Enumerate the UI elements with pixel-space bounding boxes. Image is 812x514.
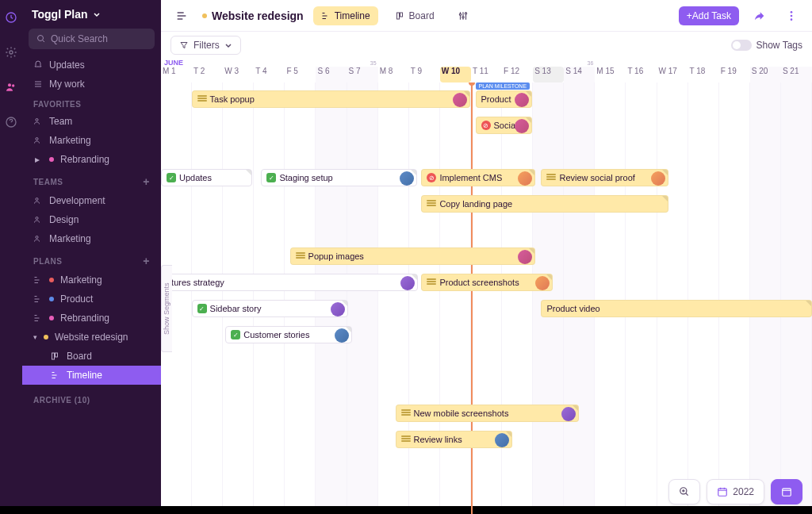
day-F-19[interactable]: F 19 bbox=[719, 67, 750, 82]
day-S-21[interactable]: S 21 bbox=[781, 67, 812, 82]
day-M-15[interactable]: M 15 bbox=[595, 67, 626, 82]
task-implement-cms[interactable]: ⊘Implement CMS bbox=[421, 169, 535, 186]
svg-point-18 bbox=[791, 11, 793, 13]
show-tags-toggle[interactable]: Show Tags bbox=[731, 40, 802, 51]
view-board[interactable]: Board bbox=[388, 6, 442, 25]
tasks-layer: Task popupProduct⊘Social✓Updates✓Staging… bbox=[161, 90, 812, 514]
day-M-8[interactable]: M 8 bbox=[378, 67, 409, 82]
day-F-12[interactable]: F 12 bbox=[502, 67, 533, 82]
share-icon[interactable] bbox=[749, 5, 771, 27]
task-staging-setup[interactable]: ✓Staging setup bbox=[261, 169, 417, 186]
month-label: JUNE bbox=[164, 59, 183, 67]
svg-rect-12 bbox=[56, 353, 58, 357]
svg-point-6 bbox=[36, 119, 38, 121]
add-team-icon[interactable]: + bbox=[143, 175, 150, 188]
main-area: Website redesign Timeline Board +Add Tas… bbox=[161, 0, 812, 514]
topbar: Website redesign Timeline Board +Add Tas… bbox=[161, 0, 812, 32]
task-updates[interactable]: ✓Updates bbox=[161, 169, 252, 186]
project-color-dot bbox=[202, 13, 207, 18]
sidebar-item-board[interactable]: Board bbox=[22, 347, 161, 366]
view-timeline[interactable]: Timeline bbox=[313, 6, 378, 25]
svg-point-3 bbox=[12, 84, 14, 86]
sidebar-item-marketing[interactable]: Marketing bbox=[22, 131, 161, 150]
task-sidebar-story[interactable]: ✓Sidebar story bbox=[192, 300, 348, 317]
day-W-3[interactable]: W 3 bbox=[223, 67, 254, 82]
filters-button[interactable]: Filters bbox=[170, 36, 241, 55]
task-new-mobile-screenshots[interactable]: New mobile screenshots bbox=[396, 405, 580, 422]
sidebar-item-team[interactable]: Team bbox=[22, 112, 161, 131]
day-S-13[interactable]: S 13 bbox=[533, 67, 564, 82]
chevron-down-icon bbox=[224, 41, 232, 49]
task-review-social-proof[interactable]: Review social proof bbox=[541, 169, 668, 186]
logo-icon[interactable] bbox=[0, 6, 22, 29]
sidebar: Toggl Plan Quick Search Updates My work … bbox=[22, 0, 161, 514]
filter-bar: Filters Show Tags bbox=[161, 32, 812, 59]
switch[interactable] bbox=[731, 40, 752, 51]
collapse-sidebar-icon[interactable] bbox=[170, 5, 193, 27]
sidebar-item-marketing[interactable]: Marketing bbox=[22, 270, 161, 290]
svg-point-17 bbox=[465, 12, 466, 13]
timeline-icon bbox=[321, 11, 331, 21]
day-S-7[interactable]: S 735 bbox=[347, 67, 378, 82]
settings-icon[interactable] bbox=[0, 41, 22, 63]
milestone-marker[interactable]: PLAN MILESTONE bbox=[476, 82, 530, 90]
task-product-video[interactable]: Product video bbox=[541, 300, 812, 317]
more-icon[interactable] bbox=[780, 5, 802, 27]
search-placeholder: Quick Search bbox=[51, 33, 108, 44]
sidebar-item-design[interactable]: Design bbox=[22, 210, 161, 229]
year-button[interactable]: 2022 bbox=[707, 479, 764, 504]
day-T-16[interactable]: T 16 bbox=[626, 67, 657, 82]
day-W-17[interactable]: W 17 bbox=[657, 67, 688, 82]
day-M-1[interactable]: M 1 bbox=[161, 67, 192, 82]
svg-point-2 bbox=[8, 83, 11, 86]
svg-rect-14 bbox=[400, 13, 402, 17]
task-copy-landing-page[interactable]: Copy landing page bbox=[421, 195, 668, 213]
day-T-9[interactable]: T 9 bbox=[409, 67, 440, 82]
task-customer-stories[interactable]: ✓Customer stories bbox=[225, 326, 352, 343]
svg-point-20 bbox=[791, 18, 793, 21]
calendar-icon bbox=[717, 486, 728, 497]
day-T-2[interactable]: T 2 bbox=[192, 67, 223, 82]
sidebar-item-development[interactable]: Development bbox=[22, 191, 161, 210]
workspace-name: Toggl Plan bbox=[32, 8, 88, 21]
task-task-popup[interactable]: Task popup bbox=[192, 90, 470, 108]
help-icon[interactable] bbox=[0, 111, 22, 133]
nav-updates[interactable]: Updates bbox=[22, 56, 161, 75]
today-button[interactable] bbox=[771, 479, 802, 504]
svg-point-10 bbox=[36, 236, 38, 239]
sidebar-item-rebranding[interactable]: ▸Rebranding bbox=[22, 150, 161, 169]
task-popup-images[interactable]: Popup images bbox=[290, 247, 536, 265]
day-S-14[interactable]: S 1436 bbox=[564, 67, 595, 82]
sidebar-item-rebranding[interactable]: Rebranding bbox=[22, 309, 161, 328]
zoom-button[interactable] bbox=[668, 479, 700, 504]
task-product-screenshots[interactable]: Product screenshots bbox=[421, 274, 553, 291]
task-review-links[interactable]: Review links bbox=[396, 431, 513, 448]
day-S-20[interactable]: S 20 bbox=[750, 67, 781, 82]
svg-point-9 bbox=[36, 217, 38, 220]
show-segments-button[interactable]: Show Segments bbox=[161, 265, 172, 352]
day-T-11[interactable]: T 11 bbox=[471, 67, 502, 82]
add-task-button[interactable]: +Add Task bbox=[679, 6, 739, 25]
sidebar-item-timeline[interactable]: Timeline bbox=[22, 366, 161, 385]
add-plan-icon[interactable]: + bbox=[143, 255, 150, 267]
settings-icon[interactable] bbox=[452, 5, 474, 27]
day-F-5[interactable]: F 5 bbox=[285, 67, 316, 82]
archive-header[interactable]: ARCHIVE (10) bbox=[22, 389, 161, 408]
search-input[interactable]: Quick Search bbox=[29, 29, 155, 49]
svg-point-16 bbox=[462, 16, 463, 17]
sidebar-item-website-redesign[interactable]: ▾Website redesign bbox=[22, 328, 161, 347]
nav-mywork[interactable]: My work bbox=[22, 75, 161, 94]
day-T-4[interactable]: T 4 bbox=[254, 67, 285, 82]
task-atures-strategy[interactable]: atures strategy bbox=[161, 274, 418, 291]
day-S-6[interactable]: S 6 bbox=[316, 67, 347, 82]
day-T-18[interactable]: T 18 bbox=[688, 67, 719, 82]
svg-rect-11 bbox=[52, 353, 55, 359]
people-icon[interactable] bbox=[0, 76, 22, 98]
task-social[interactable]: ⊘Social bbox=[476, 117, 532, 134]
day-W-10[interactable]: W 10 bbox=[440, 67, 471, 82]
sidebar-item-marketing[interactable]: Marketing bbox=[22, 229, 161, 248]
task-product[interactable]: Product bbox=[476, 90, 532, 108]
list-icon bbox=[33, 79, 43, 89]
workspace-switcher[interactable]: Toggl Plan bbox=[22, 0, 161, 29]
sidebar-item-product[interactable]: Product bbox=[22, 290, 161, 309]
